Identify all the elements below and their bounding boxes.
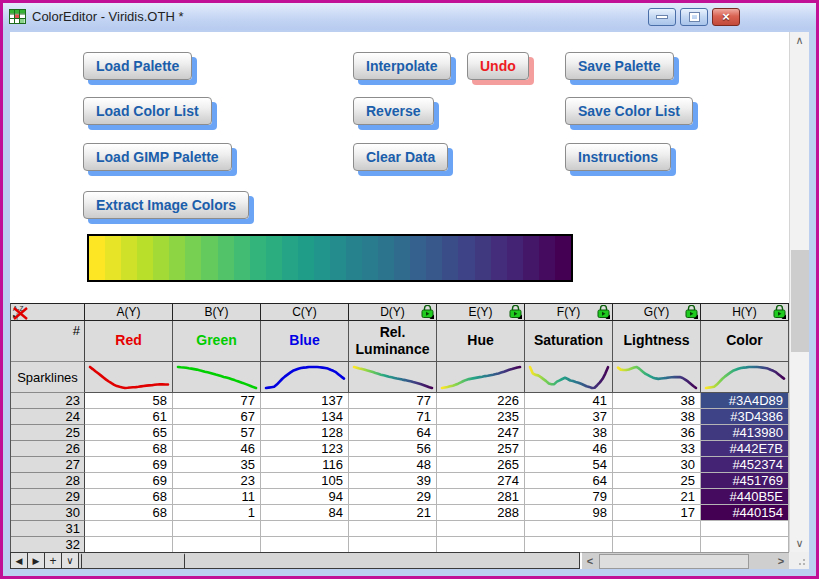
data-cell[interactable]: 69 <box>85 457 173 473</box>
data-cell[interactable]: 17 <box>613 505 701 521</box>
data-cell[interactable] <box>349 521 437 537</box>
data-cell[interactable] <box>437 521 525 537</box>
data-cell[interactable]: 84 <box>261 505 349 521</box>
row-label-header[interactable]: # <box>11 321 85 362</box>
data-cell[interactable]: 30 <box>613 457 701 473</box>
data-cell[interactable] <box>437 537 525 553</box>
data-cell[interactable]: 274 <box>437 473 525 489</box>
data-cell[interactable]: 68 <box>85 505 173 521</box>
data-cell[interactable]: 94 <box>261 489 349 505</box>
data-cell[interactable]: 65 <box>85 425 173 441</box>
data-cell[interactable] <box>85 521 173 537</box>
save-palette-button[interactable]: Save Palette <box>565 52 674 80</box>
data-cell[interactable]: 21 <box>613 489 701 505</box>
data-cell[interactable]: 134 <box>261 409 349 425</box>
data-cell[interactable]: 116 <box>261 457 349 473</box>
row-number[interactable]: 23 <box>11 393 85 409</box>
vertical-scrollbar[interactable]: ∧ ∨ <box>789 32 809 552</box>
data-cell[interactable] <box>701 521 789 537</box>
row-number[interactable]: 26 <box>11 441 85 457</box>
sparkline-cell[interactable] <box>437 362 525 393</box>
data-cell[interactable]: 41 <box>525 393 613 409</box>
data-cell[interactable]: #440B5E <box>701 489 789 505</box>
data-cell[interactable] <box>173 537 261 553</box>
sparkline-cell[interactable] <box>349 362 437 393</box>
data-cell[interactable]: 123 <box>261 441 349 457</box>
data-cell[interactable]: 25 <box>613 473 701 489</box>
data-cell[interactable]: 77 <box>173 393 261 409</box>
data-cell[interactable]: 11 <box>173 489 261 505</box>
scroll-down-icon[interactable]: ∨ <box>790 535 809 552</box>
data-cell[interactable]: 68 <box>85 489 173 505</box>
data-cell[interactable]: 128 <box>261 425 349 441</box>
data-cell[interactable]: 39 <box>349 473 437 489</box>
data-cell[interactable] <box>261 521 349 537</box>
data-cell[interactable] <box>261 537 349 553</box>
data-cell[interactable]: 281 <box>437 489 525 505</box>
data-cell[interactable] <box>701 537 789 553</box>
data-cell[interactable]: #3A4D89 <box>701 393 789 409</box>
row-number[interactable]: 32 <box>11 537 85 553</box>
data-cell[interactable]: 105 <box>261 473 349 489</box>
sparkline-cell[interactable] <box>613 362 701 393</box>
tab-controls[interactable]: CONTROLS <box>81 553 182 568</box>
column-long-name[interactable]: Green <box>173 321 261 362</box>
scroll-right-icon[interactable]: > <box>773 553 789 569</box>
data-cell[interactable]: 35 <box>173 457 261 473</box>
data-cell[interactable]: 38 <box>613 393 701 409</box>
data-cell[interactable]: 56 <box>349 441 437 457</box>
data-cell[interactable]: 38 <box>525 425 613 441</box>
reverse-button[interactable]: Reverse <box>353 97 434 125</box>
data-cell[interactable]: 61 <box>85 409 173 425</box>
row-number[interactable]: 29 <box>11 489 85 505</box>
column-header[interactable]: A(Y) <box>85 304 173 321</box>
column-long-name[interactable]: Color <box>701 321 789 362</box>
instructions-button[interactable]: Instructions <box>565 143 671 171</box>
column-long-name[interactable]: Red <box>85 321 173 362</box>
horizontal-scrollbar[interactable]: < > <box>582 552 789 569</box>
data-cell[interactable]: 79 <box>525 489 613 505</box>
data-cell[interactable]: #452374 <box>701 457 789 473</box>
data-cell[interactable]: 1 <box>173 505 261 521</box>
row-number[interactable]: 28 <box>11 473 85 489</box>
sparkline-cell[interactable] <box>173 362 261 393</box>
sort-corner-cell[interactable]: A-Z ▸| <box>11 304 85 321</box>
load-color-list-button[interactable]: Load Color List <box>83 97 212 125</box>
undo-button[interactable]: Undo <box>467 52 529 80</box>
data-cell[interactable]: 288 <box>437 505 525 521</box>
add-sheet-button[interactable]: + <box>45 553 62 568</box>
sheet-list-button[interactable]: ∨ <box>62 553 79 568</box>
extract-image-colors-button[interactable]: Extract Image Colors <box>83 191 249 219</box>
column-header[interactable]: H(Y) <box>701 304 789 321</box>
tab-raw[interactable]: RAW <box>184 553 242 568</box>
data-cell[interactable]: #3D4386 <box>701 409 789 425</box>
data-cell[interactable]: #440154 <box>701 505 789 521</box>
column-long-name[interactable]: Saturation <box>525 321 613 362</box>
load-gimp-palette-button[interactable]: Load GIMP Palette <box>83 143 232 171</box>
interpolate-button[interactable]: Interpolate <box>353 52 451 80</box>
sparkline-cell[interactable] <box>701 362 789 393</box>
data-cell[interactable]: 37 <box>525 409 613 425</box>
data-cell[interactable] <box>525 521 613 537</box>
sparkline-cell[interactable] <box>85 362 173 393</box>
data-cell[interactable]: 48 <box>349 457 437 473</box>
data-cell[interactable]: 23 <box>173 473 261 489</box>
data-cell[interactable]: #451769 <box>701 473 789 489</box>
row-number[interactable]: 27 <box>11 457 85 473</box>
data-cell[interactable] <box>85 537 173 553</box>
column-header[interactable]: D(Y) <box>349 304 437 321</box>
sparkline-cell[interactable] <box>525 362 613 393</box>
data-cell[interactable]: 58 <box>85 393 173 409</box>
column-long-name[interactable]: Hue <box>437 321 525 362</box>
save-color-list-button[interactable]: Save Color List <box>565 97 693 125</box>
data-cell[interactable]: 64 <box>349 425 437 441</box>
data-cell[interactable]: 77 <box>349 393 437 409</box>
row-number[interactable]: 24 <box>11 409 85 425</box>
data-cell[interactable]: 21 <box>349 505 437 521</box>
data-cell[interactable]: 137 <box>261 393 349 409</box>
data-cell[interactable]: 69 <box>85 473 173 489</box>
vertical-scroll-thumb[interactable] <box>791 250 809 352</box>
column-header[interactable]: E(Y) <box>437 304 525 321</box>
data-cell[interactable]: 265 <box>437 457 525 473</box>
data-cell[interactable]: 247 <box>437 425 525 441</box>
